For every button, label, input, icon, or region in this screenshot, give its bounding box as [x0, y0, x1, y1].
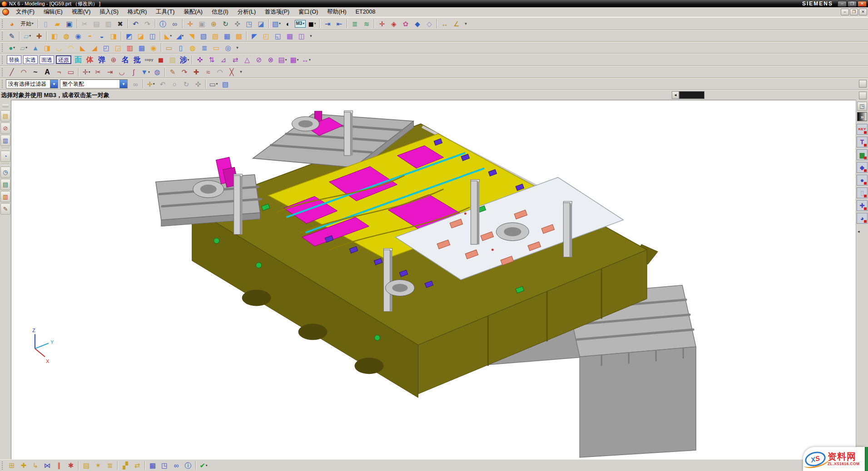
form-tool-button[interactable]: ◢: [89, 43, 100, 53]
object-display-button[interactable]: ✿: [400, 19, 411, 29]
rotate-selection-button[interactable]: ↻: [181, 79, 192, 89]
sketch-button[interactable]: ✎: [6, 31, 17, 41]
palette-item-punch[interactable]: T: [857, 137, 868, 147]
system-scenes-tab[interactable]: ▤: [0, 179, 10, 190]
open-file-button[interactable]: ▰: [52, 19, 63, 29]
copy-button[interactable]: ▤: [91, 19, 102, 29]
snapshot-button[interactable]: ◳: [244, 19, 255, 29]
draft-button[interactable]: ◥: [186, 31, 197, 41]
selection-filter-dropdown[interactable]: ▼: [50, 80, 58, 88]
pattern-component-button[interactable]: ▞: [120, 461, 131, 471]
smooth-spline-button[interactable]: ≈: [203, 67, 213, 77]
point-set-button[interactable]: ✛▾: [81, 67, 92, 77]
selection-bar-overflow-button[interactable]: [859, 80, 867, 88]
arc-button[interactable]: ◠: [18, 67, 29, 77]
instance-feature-button[interactable]: ▦: [284, 31, 295, 41]
menu-assemblies[interactable]: 装配(A): [179, 8, 207, 16]
plane-button[interactable]: ▱▾: [18, 43, 29, 53]
rectangle-button[interactable]: ▭: [65, 67, 76, 77]
align-component-button[interactable]: △: [242, 55, 253, 65]
component-info-button[interactable]: ⓘ: [183, 461, 193, 471]
sew-button[interactable]: ▦: [222, 31, 233, 41]
roles-tab[interactable]: ✎: [0, 203, 10, 215]
copy-component-button[interactable]: ▤▾: [277, 55, 288, 65]
dropdown-arrow[interactable]: ▾: [170, 34, 172, 38]
selection-scope-combo[interactable]: 整个装配 ▼: [60, 79, 128, 88]
text-tool-button[interactable]: A: [42, 67, 53, 77]
rotate-view-button[interactable]: ↻: [220, 19, 231, 29]
palette-item-bushing[interactable]: ▯: [857, 187, 868, 198]
open-box-button[interactable]: ◰: [101, 43, 112, 53]
background-color-button[interactable]: ◼▾: [307, 19, 317, 29]
assembly-structure-button[interactable]: ▦: [147, 461, 158, 471]
subtract-button[interactable]: ◪: [135, 31, 146, 41]
curve-options-button[interactable]: ▾: [238, 67, 244, 77]
mirror-assembly-button[interactable]: ⋈: [42, 461, 53, 471]
menu-window[interactable]: 窗口(O): [294, 8, 322, 16]
dependencies-button[interactable]: ∞: [171, 461, 182, 471]
dropdown-arrow[interactable]: ▾: [26, 46, 28, 49]
selection-filter-combo[interactable]: 没有选择过滤器 ▼: [6, 79, 58, 88]
dropdown-arrow[interactable]: ▾: [309, 58, 311, 62]
selection-rectangle-button[interactable]: ▭▾: [208, 79, 219, 89]
new-component-button[interactable]: ✚: [18, 461, 29, 471]
menu-analysis[interactable]: 分析(L): [233, 8, 260, 16]
sequence-button[interactable]: ≣: [104, 461, 115, 471]
find-object-button[interactable]: ∞: [130, 79, 141, 89]
replace-view-button[interactable]: 替换: [7, 55, 21, 64]
extrude-button[interactable]: ◧: [49, 31, 60, 41]
tube-button[interactable]: ◍: [187, 43, 198, 53]
pan-selection-button[interactable]: ✜: [193, 79, 203, 89]
dropdown-arrow[interactable]: ▾: [314, 22, 316, 25]
patch-button[interactable]: ▩: [233, 31, 244, 41]
measure-distance-button[interactable]: ↔: [439, 19, 450, 29]
hide-component-button[interactable]: ⇤: [334, 19, 345, 29]
menu-tools[interactable]: 工具(T): [152, 8, 179, 16]
wave-link-button[interactable]: ▤: [81, 461, 92, 471]
funnel-tool-button[interactable]: ▼▾: [140, 67, 151, 77]
show-solid-button[interactable]: ▧: [220, 79, 231, 89]
quick-trim-button[interactable]: ✂: [93, 67, 104, 77]
view-orientation-button[interactable]: ▧▾: [271, 19, 282, 29]
minimize-button[interactable]: –: [838, 1, 847, 7]
scroll-track[interactable]: [679, 91, 704, 99]
extract-geometry-button[interactable]: ▲: [30, 43, 41, 53]
spring-tool-button[interactable]: 弹: [96, 55, 107, 65]
constraint-navigator-tab[interactable]: ⊘: [0, 123, 10, 134]
hole-button[interactable]: ◉: [73, 31, 84, 41]
graphics-window[interactable]: Z Y X: [11, 100, 856, 459]
fillet-curve-button[interactable]: ◡: [116, 67, 127, 77]
feature-options-button[interactable]: ▾: [308, 31, 314, 41]
sheet-tool-button[interactable]: ◣: [77, 43, 88, 53]
measure-component-button[interactable]: ↔▾: [301, 55, 312, 65]
thicken-button[interactable]: ▨: [210, 31, 221, 41]
dropdown-arrow[interactable]: ▾: [30, 34, 31, 38]
interference-tool-button[interactable]: 涉▾: [179, 55, 190, 65]
dropdown-arrow[interactable]: ▾: [89, 70, 90, 74]
move-component-button[interactable]: ✜: [194, 55, 205, 65]
information-button[interactable]: ⓘ: [158, 19, 169, 29]
find-button[interactable]: ∞: [169, 19, 180, 29]
move-component-button[interactable]: ↳: [30, 461, 41, 471]
pattern-component-button[interactable]: ▦▾: [289, 55, 300, 65]
spline-button[interactable]: ~: [30, 67, 41, 77]
palette-item-plate[interactable]: ●: [857, 175, 868, 186]
cylinder-tool-button[interactable]: ◍: [152, 67, 163, 77]
view-layout-box[interactable]: M3▾: [295, 20, 306, 28]
solid-translucent-button[interactable]: 实透: [23, 55, 38, 64]
zoom-window-button[interactable]: ▣: [197, 19, 208, 29]
quick-extend-button[interactable]: ⇥: [104, 67, 115, 77]
flange-button[interactable]: ◠: [65, 43, 76, 53]
close-button[interactable]: ✕: [858, 1, 867, 7]
shell-button[interactable]: ▧: [198, 31, 209, 41]
axis-align-button[interactable]: ⊘: [253, 55, 264, 65]
scroll-left-button[interactable]: ◂: [672, 91, 679, 99]
pocket-button[interactable]: ◒: [96, 31, 107, 41]
reuse-library-tab[interactable]: ◔: [0, 151, 10, 162]
dropdown-arrow[interactable]: ▾: [216, 82, 218, 86]
small-pad-button[interactable]: ▭: [164, 43, 174, 53]
batch-tool-button[interactable]: 批: [132, 55, 143, 65]
dropdown-arrow[interactable]: ▾: [182, 34, 184, 38]
menu-et2008[interactable]: ET2008: [352, 8, 380, 16]
split-body-button[interactable]: ◰: [261, 31, 272, 41]
